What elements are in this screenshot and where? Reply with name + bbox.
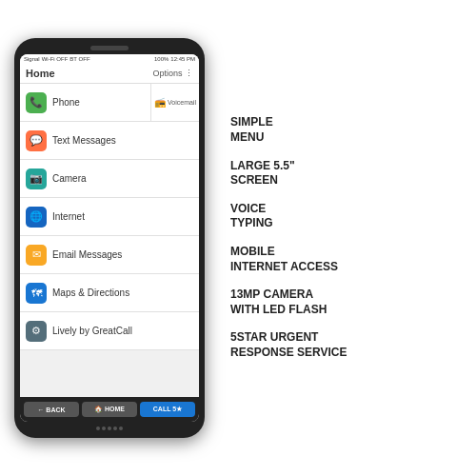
dot1 <box>96 426 100 430</box>
call-button[interactable]: CALL 5★ <box>140 402 195 417</box>
feature-voice-typing: VOICETYPING <box>230 202 465 231</box>
email-label: Email Messages <box>52 249 122 260</box>
menu-item-lively[interactable]: ⚙ Lively by GreatCall <box>20 312 199 350</box>
phone-wrap: Signal Wi-Fi OFF BT OFF 100% 12:45 PM Ho… <box>0 29 219 447</box>
menu-item-internet[interactable]: 🌐 Internet <box>20 198 199 236</box>
phone: Signal Wi-Fi OFF BT OFF 100% 12:45 PM Ho… <box>14 38 205 438</box>
maps-label: Maps & Directions <box>52 288 129 298</box>
camera-icon: 📷 <box>26 169 47 189</box>
feature-large-screen: LARGE 5.5"SCREEN <box>230 159 465 188</box>
battery-text: 100% <box>154 56 169 62</box>
voicemail-label: Voicemail <box>168 99 196 106</box>
header-home-label: Home <box>26 68 55 79</box>
menu-list: 📞 Phone 📻 Voicemail 💬 Text Messages <box>20 84 199 397</box>
phone-icon: 📞 <box>26 92 47 113</box>
features-list: SIMPLEMENU LARGE 5.5"SCREEN VOICETYPING … <box>219 106 476 369</box>
menu-item-phone[interactable]: 📞 Phone 📻 Voicemail <box>20 84 199 122</box>
lively-icon: ⚙ <box>26 321 47 342</box>
phone-top <box>20 46 199 50</box>
menu-item-email[interactable]: ✉ Email Messages <box>20 236 199 274</box>
feature-camera: 13MP CAMERAWITH LED FLASH <box>230 288 465 317</box>
status-right: 100% 12:45 PM <box>154 56 195 62</box>
internet-icon: 🌐 <box>26 207 47 228</box>
text-label: Text Messages <box>52 135 116 146</box>
status-bar: Signal Wi-Fi OFF BT OFF 100% 12:45 PM <box>20 54 199 64</box>
back-button[interactable]: ← BACK <box>24 402 79 417</box>
feature-5star: 5STAR URGENTRESPONSE SERVICE <box>230 330 465 360</box>
bottom-bar: ← BACK 🏠 HOME CALL 5★ <box>20 397 199 422</box>
time-text: 12:45 PM <box>170 56 195 62</box>
wifi-text: Wi-Fi OFF <box>42 56 69 62</box>
status-left: Signal Wi-Fi OFF BT OFF <box>24 56 90 62</box>
page-layout: Signal Wi-Fi OFF BT OFF 100% 12:45 PM Ho… <box>0 0 476 476</box>
dot4 <box>113 426 117 430</box>
home-button[interactable]: 🏠 HOME <box>82 402 137 417</box>
header-options-button[interactable]: Options ⋮ <box>152 69 193 78</box>
dot2 <box>102 426 106 430</box>
signal-text: Signal <box>24 56 40 62</box>
text-icon: 💬 <box>26 130 47 151</box>
feature-mobile-internet: MOBILEINTERNET ACCESS <box>230 245 465 274</box>
feature-simple-menu: SIMPLEMENU <box>230 115 465 145</box>
email-icon: ✉ <box>26 245 47 266</box>
voicemail-button[interactable]: 📻 Voicemail <box>151 84 199 121</box>
phone-label: Phone <box>52 97 80 108</box>
dot3 <box>108 426 111 430</box>
speaker <box>90 46 129 50</box>
menu-item-text[interactable]: 💬 Text Messages <box>20 122 199 160</box>
header-bar: Home Options ⋮ <box>20 64 199 84</box>
lively-label: Lively by GreatCall <box>52 326 132 336</box>
maps-icon: 🗺 <box>26 283 47 304</box>
internet-label: Internet <box>52 211 85 222</box>
phone-left[interactable]: 📞 Phone <box>20 84 151 121</box>
phone-bottom <box>20 426 199 430</box>
voicemail-icon: 📻 <box>154 97 166 108</box>
menu-item-camera[interactable]: 📷 Camera <box>20 160 199 198</box>
menu-item-maps[interactable]: 🗺 Maps & Directions <box>20 274 199 312</box>
home-dots <box>96 426 123 430</box>
dot5 <box>119 426 123 430</box>
camera-label: Camera <box>52 173 87 184</box>
screen: Signal Wi-Fi OFF BT OFF 100% 12:45 PM Ho… <box>20 54 199 422</box>
bt-text: BT OFF <box>69 56 89 62</box>
